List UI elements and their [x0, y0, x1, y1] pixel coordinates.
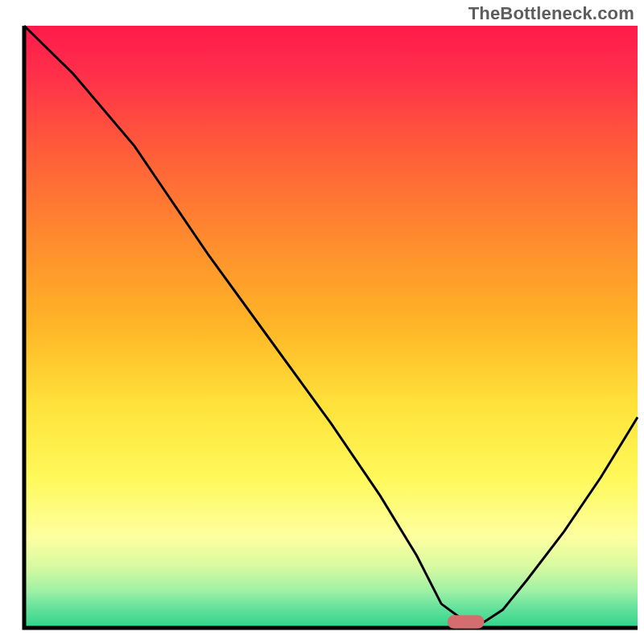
bottleneck-chart: [0, 0, 644, 644]
watermark-text: TheBottleneck.com: [469, 3, 634, 24]
chart-container: TheBottleneck.com: [0, 0, 644, 644]
plot-background: [24, 26, 638, 628]
optimal-range-marker: [448, 615, 485, 629]
